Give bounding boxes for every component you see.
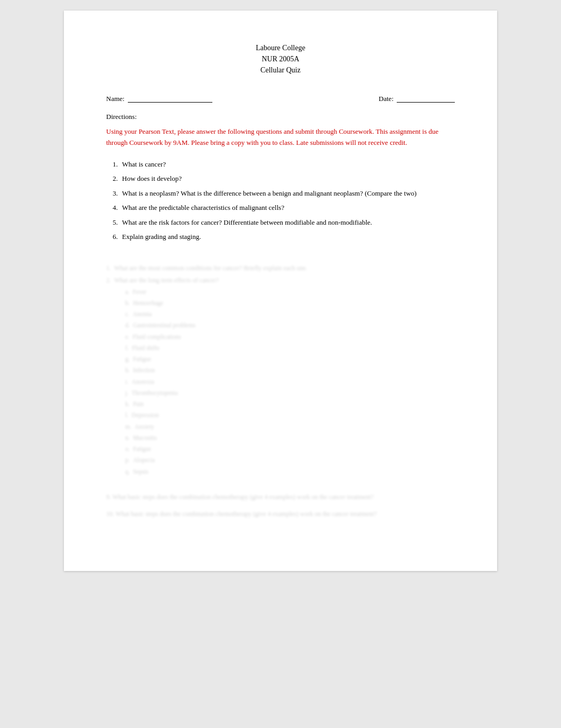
- blurred-sub-item: g.Fatigue: [125, 355, 455, 364]
- question-number: 1.: [106, 159, 118, 170]
- question-item: 1.What is cancer?: [106, 159, 455, 170]
- blurred-sub-item: l.Depression: [125, 411, 455, 420]
- date-label: Date:: [379, 95, 394, 103]
- question-item: 3.What is a neoplasm? What is the differ…: [106, 188, 455, 199]
- page-header: Laboure College NUR 2005A Cellular Quiz: [106, 42, 455, 76]
- questions-list: 1.What is cancer?2.How does it develop?3…: [106, 159, 455, 242]
- blurred-sub-text: Mucositis: [133, 434, 157, 443]
- blurred-sub-text: Anorexia: [132, 377, 154, 386]
- blurred-sub-letter: m.: [125, 422, 132, 431]
- college-name: Laboure College: [106, 42, 455, 53]
- blurred-sub-letter: o.: [125, 445, 130, 454]
- question-number: 6.: [106, 232, 118, 242]
- name-input-line[interactable]: [128, 95, 212, 103]
- question-item: 2.How does it develop?: [106, 173, 455, 184]
- blurred-sub-item: e.Fluid complications: [125, 333, 455, 342]
- blurred-sub-letter: d.: [125, 321, 130, 330]
- blurred-sub-text: Pain: [133, 400, 144, 409]
- question-text: What are the risk factors for cancer? Di…: [122, 217, 372, 228]
- blurred-sub-text: Fatigue: [133, 355, 152, 364]
- name-label: Name:: [106, 95, 125, 103]
- blurred-bottom: 9. What basic steps does the combination…: [106, 492, 455, 519]
- blurred-sub-letter: i.: [125, 377, 128, 386]
- blurred-sub-text: Fever: [133, 288, 146, 297]
- blurred-sub-text: Anxiety: [135, 422, 154, 431]
- blurred-sub-text: Fluid shifts: [132, 344, 160, 353]
- question-item: 5.What are the risk factors for cancer? …: [106, 217, 455, 228]
- blurred-num: 1.: [106, 263, 111, 273]
- blurred-section: 1.What are the most common conditions fo…: [106, 263, 455, 476]
- question-text: What is cancer?: [122, 159, 166, 170]
- blurred-text: What are the long term effects of cancer…: [114, 275, 219, 285]
- blurred-sub-letter: l.: [125, 411, 128, 420]
- question-text: Explain grading and staging.: [122, 232, 201, 242]
- blurred-sub-item: p.Alopecia: [125, 456, 455, 465]
- question-item: 4.What are the predictable characteristi…: [106, 202, 455, 213]
- blurred-sub-text: Gastrointestinal problems: [133, 321, 196, 330]
- blurred-sub-item: h.Infection: [125, 366, 455, 375]
- blurred-bottom-question: 10. What basic steps does the combinatio…: [106, 509, 455, 519]
- quiz-title: Cellular Quiz: [106, 64, 455, 76]
- question-number: 4.: [106, 202, 118, 213]
- question-text: How does it develop?: [122, 173, 182, 184]
- name-date-row: Name: Date:: [106, 95, 455, 103]
- blurred-bottom-question: 9. What basic steps does the combination…: [106, 492, 455, 502]
- directions-label: Directions:: [106, 113, 455, 121]
- blurred-sub-item: j.Thrombocytopenia: [125, 389, 455, 398]
- question-number: 3.: [106, 188, 118, 199]
- blurred-sub-text: Anemia: [133, 310, 152, 319]
- blurred-question: 2.What are the long term effects of canc…: [106, 275, 455, 285]
- date-field: Date:: [379, 95, 455, 103]
- blurred-sub-item: c.Anemia: [125, 310, 455, 319]
- blurred-sub-letter: a.: [125, 288, 129, 297]
- blurred-sub-text: Fluid complications: [133, 333, 181, 342]
- blurred-sub-letter: q.: [125, 467, 130, 476]
- blurred-sub-item: b.Hemorrhage: [125, 299, 455, 308]
- blurred-sub-text: Fatigue: [133, 445, 152, 454]
- blurred-sub-letter: n.: [125, 434, 130, 443]
- question-number: 5.: [106, 217, 118, 228]
- blurred-question: 1.What are the most common conditions fo…: [106, 263, 455, 273]
- blurred-num: 2.: [106, 275, 111, 285]
- blurred-sub-letter: c.: [125, 310, 129, 319]
- blurred-sub-item: i.Anorexia: [125, 377, 455, 386]
- blurred-sub-item: d.Gastrointestinal problems: [125, 321, 455, 330]
- blurred-sub-text: Alopecia: [133, 456, 155, 465]
- name-field: Name:: [106, 95, 212, 103]
- blurred-sub-letter: g.: [125, 355, 130, 364]
- blurred-sub-text: Infection: [133, 366, 155, 375]
- blurred-sub-text: Depression: [132, 411, 159, 420]
- date-input-line[interactable]: [397, 95, 455, 103]
- blurred-sub-letter: f.: [125, 344, 129, 353]
- blurred-sub-letter: e.: [125, 333, 129, 342]
- blurred-text: What are the most common conditions for …: [114, 263, 307, 273]
- blurred-sub-letter: k.: [125, 400, 130, 409]
- question-number: 2.: [106, 173, 118, 184]
- question-text: What is a neoplasm? What is the differen…: [122, 188, 417, 199]
- blurred-sub-letter: h.: [125, 366, 130, 375]
- blurred-sub-item: q.Sepsis: [125, 467, 455, 476]
- question-item: 6.Explain grading and staging.: [106, 232, 455, 242]
- blurred-sub-item: a.Fever: [125, 288, 455, 297]
- blurred-sub-item: k.Pain: [125, 400, 455, 409]
- blurred-sub-item: o.Fatigue: [125, 445, 455, 454]
- blurred-sub-text: Thrombocytopenia: [132, 389, 178, 398]
- blurred-sub-letter: b.: [125, 299, 130, 308]
- blurred-sub-letter: p.: [125, 456, 130, 465]
- blurred-sub-text: Hemorrhage: [133, 299, 163, 308]
- blurred-sub-item: m.Anxiety: [125, 422, 455, 431]
- blurred-sub-list: a.Feverb.Hemorrhagec.Anemiad.Gastrointes…: [125, 288, 455, 476]
- blurred-sub-item: f.Fluid shifts: [125, 344, 455, 353]
- blurred-sub-letter: j.: [125, 389, 128, 398]
- page: Laboure College NUR 2005A Cellular Quiz …: [64, 11, 497, 571]
- question-text: What are the predictable characteristics…: [122, 202, 284, 213]
- blurred-sub-text: Sepsis: [133, 467, 148, 476]
- directions-text: Using your Pearson Text, please answer t…: [106, 126, 455, 149]
- course-code: NUR 2005A: [106, 53, 455, 64]
- blurred-sub-item: n.Mucositis: [125, 434, 455, 443]
